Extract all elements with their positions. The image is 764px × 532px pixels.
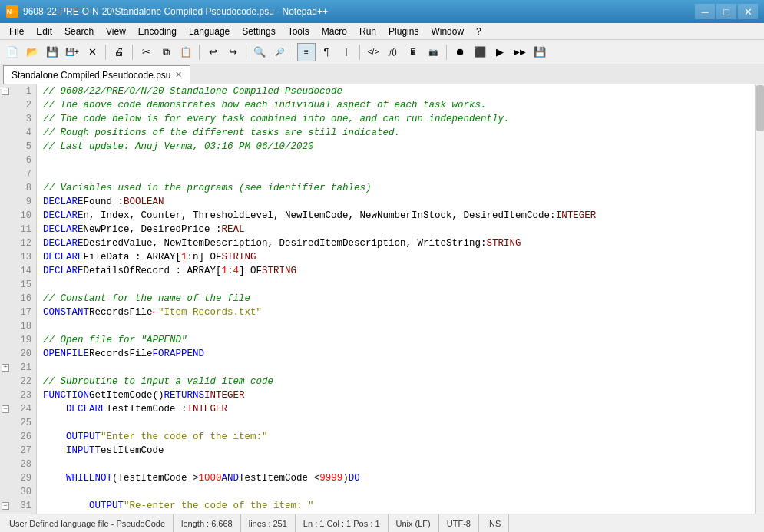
minimize-button[interactable]: ─ (695, 4, 715, 19)
toolbar-stop[interactable]: ⬛ (471, 43, 489, 61)
menu-view[interactable]: View (100, 23, 132, 40)
code-line-27[interactable]: INPUT TestItemCode (37, 444, 755, 458)
code-line-15[interactable] (37, 278, 755, 292)
toolbar-redo[interactable]: ↪ (223, 43, 242, 61)
toolbar-wrap[interactable]: ≡ (297, 43, 316, 61)
toolbar-allchars[interactable]: ¶ (317, 43, 336, 61)
toolbar-savemacro[interactable]: 💾 (531, 43, 549, 61)
code-line-13[interactable]: DECLARE FileData : ARRAY[1:n] OF STRING (37, 250, 755, 264)
menu-window[interactable]: Window (425, 23, 470, 40)
code-line-16[interactable]: // Constant for the name of the file (37, 292, 755, 306)
code-line-1[interactable]: // 9608/22/PRE/O/N/20 Standalone Compile… (37, 84, 755, 98)
code-line-20[interactable]: OPENFILE RecordsFile FOR APPEND (37, 347, 755, 361)
status-lines: lines : 251 (241, 514, 296, 532)
code-line-17[interactable]: CONSTANT RecordsFile ← "Item Records.txt… (37, 306, 755, 319)
toolbar-cut[interactable]: ✂ (137, 43, 155, 61)
toolbar-sep-1 (105, 45, 106, 60)
toolbar-playmulti[interactable]: ▶▶ (511, 43, 529, 61)
toolbar-undo[interactable]: ↩ (203, 43, 222, 61)
toolbar-play[interactable]: ▶ (491, 43, 509, 61)
tab-label: Standalone Compiled Pseudocode.psu (12, 70, 170, 81)
fold-21[interactable]: + (2, 364, 9, 372)
toolbar-zoomin[interactable]: 🔍 (250, 43, 269, 61)
scrollbar-thumb[interactable] (756, 85, 764, 131)
code-line-22[interactable]: // Subroutine to input a valid item code (37, 375, 755, 388)
code-line-18[interactable] (37, 319, 755, 333)
line-num-10: 10 (0, 209, 36, 223)
menu-search[interactable]: Search (58, 23, 100, 40)
toolbar-calc[interactable]: 🖩 (404, 43, 422, 61)
toolbar-open[interactable]: 📂 (23, 43, 41, 61)
close-button[interactable]: ✕ (738, 4, 758, 19)
code-line-23[interactable]: FUNCTION GetItemCode() RETURNS INTEGER (37, 388, 755, 402)
line-num-27: 27 (0, 444, 36, 458)
code-line-7[interactable] (37, 167, 755, 181)
menu-run[interactable]: Run (353, 23, 382, 40)
toolbar-indent[interactable]: | (337, 43, 356, 61)
code-line-3[interactable]: // The code below is for every task comb… (37, 112, 755, 126)
menu-plugins[interactable]: Plugins (382, 23, 425, 40)
toolbar-copy[interactable]: ⧉ (157, 43, 175, 61)
menu-macro[interactable]: Macro (316, 23, 353, 40)
code-line-4[interactable]: // Rough positions of the different task… (37, 126, 755, 140)
toolbar-screen[interactable]: 📷 (424, 43, 442, 61)
code-line-26[interactable]: OUTPUT "Enter the code of the item:" (37, 430, 755, 444)
vertical-scrollbar[interactable] (755, 84, 764, 514)
toolbar-close[interactable]: ✕ (83, 43, 101, 61)
menu-help[interactable]: ? (470, 23, 488, 40)
toolbar-save[interactable]: 💾 (43, 43, 61, 61)
status-line-ending: Unix (LF) (389, 514, 439, 532)
code-line-6[interactable] (37, 154, 755, 167)
menu-encoding[interactable]: Encoding (132, 23, 183, 40)
toolbar-zoomout[interactable]: 🔎 (270, 43, 289, 61)
status-position: Ln : 1 Col : 1 Pos : 1 (296, 514, 389, 532)
line-num-21: + 21 (0, 361, 36, 375)
code-line-5[interactable]: // Last update: Anuj Verma, 03:16 PM 06/… (37, 140, 755, 154)
code-area[interactable]: // 9608/22/PRE/O/N/20 Standalone Compile… (37, 84, 755, 514)
toolbar-print[interactable]: 🖨 (110, 43, 128, 61)
maximize-button[interactable]: □ (716, 4, 736, 19)
window-title: 9608-22-PRE-O-N-20\Standalone Compiled P… (23, 6, 328, 17)
toolbar-xmlcode[interactable]: </> (364, 43, 382, 61)
code-line-25[interactable] (37, 416, 755, 430)
menu-edit[interactable]: Edit (30, 23, 58, 40)
menu-bar: File Edit Search View Encoding Language … (0, 23, 764, 40)
line-num-19: 19 (0, 333, 36, 347)
code-line-31[interactable]: OUTPUT "Re-enter the code of the item: " (37, 499, 755, 513)
code-line-32[interactable]: INPUT TestItemCode (37, 513, 755, 514)
line-num-17: 17 (0, 306, 36, 319)
code-line-9[interactable]: DECLARE Found : BOOLEAN (37, 195, 755, 209)
code-line-19[interactable]: // Open file for "APPEND" (37, 333, 755, 347)
line-num-16: 16 (0, 292, 36, 306)
tab-close-button[interactable]: ✕ (175, 70, 182, 80)
code-line-14[interactable]: DECLARE DetailsOfRecord : ARRAY[1:4] OF … (37, 264, 755, 278)
menu-language[interactable]: Language (183, 23, 236, 40)
status-encoding: UTF-8 (439, 514, 479, 532)
tab-pseudocode[interactable]: Standalone Compiled Pseudocode.psu ✕ (3, 65, 190, 84)
toolbar-saveall[interactable]: 💾+ (63, 43, 81, 61)
code-line-11[interactable]: DECLARE NewPrice, DesiredPrice : REAL (37, 223, 755, 236)
code-line-2[interactable]: // The above code demonstrates how each … (37, 98, 755, 112)
fold-24[interactable]: − (2, 405, 9, 413)
menu-settings[interactable]: Settings (236, 23, 281, 40)
code-line-8[interactable]: // Variables used in the programs (see i… (37, 181, 755, 195)
code-line-30[interactable] (37, 485, 755, 499)
toolbar-record[interactable]: ⏺ (451, 43, 469, 61)
fold-1[interactable]: − (2, 88, 9, 95)
line-num-24: − 24 (0, 402, 36, 416)
code-content[interactable]: // 9608/22/PRE/O/N/20 Standalone Compile… (37, 84, 755, 514)
code-line-12[interactable]: DECLARE DesiredValue, NewItemDescription… (37, 236, 755, 250)
code-line-24[interactable]: DECLARE TestItemCode : INTEGER (37, 402, 755, 416)
code-line-21[interactable] (37, 361, 755, 375)
toolbar-paste[interactable]: 📋 (177, 43, 195, 61)
toolbar-new[interactable]: 📄 (3, 43, 21, 61)
menu-tools[interactable]: Tools (282, 23, 316, 40)
code-line-28[interactable] (37, 458, 755, 471)
toolbar-sep-5 (293, 45, 293, 60)
code-line-10[interactable]: DECLARE n, Index, Counter, ThresholdLeve… (37, 209, 755, 223)
menu-file[interactable]: File (3, 23, 30, 40)
code-line-29[interactable]: WHILE NOT (TestItemCode > 1000 AND TestI… (37, 471, 755, 485)
toolbar-func[interactable]: 𝑓() (384, 43, 402, 61)
fold-31[interactable]: − (2, 502, 9, 510)
app-icon: N++ (6, 5, 18, 18)
